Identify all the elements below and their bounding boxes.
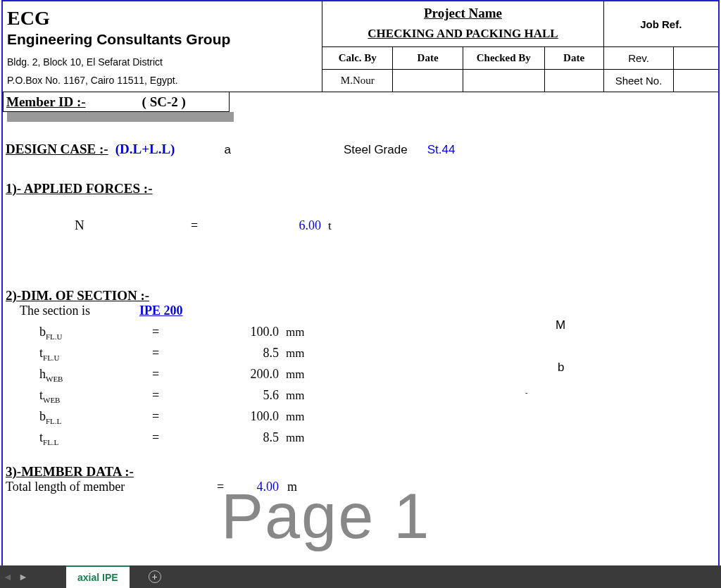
dim-value: 100.0 [173, 325, 286, 339]
tab-scroll-left[interactable]: ◄ [0, 571, 15, 582]
dim-row: tFL.L=8.5mm [39, 430, 715, 451]
dim-eq: = [138, 409, 173, 424]
dim-eq: = [138, 346, 173, 361]
dim-value: 5.6 [173, 388, 286, 403]
dim-row: tFL.U=8.5mm [39, 346, 715, 367]
date-header: Date [393, 47, 463, 70]
member-id-value: ( SC-2 ) [142, 94, 186, 110]
tab-scroll-right[interactable]: ► [15, 571, 31, 582]
company-address-1: Bldg. 2, Block 10, El Sefarat District [7, 56, 318, 68]
sheet-tab-bar: ◄ ► axial IPE + [0, 565, 721, 588]
dim-value: 100.0 [173, 409, 286, 424]
force-eq: = [159, 218, 230, 233]
dim-row: bFL.U=100.0mm [39, 325, 715, 346]
dim-unit: mm [286, 368, 328, 382]
force-row: N = 6.00 t [41, 218, 715, 239]
dim-symbol: h [39, 367, 46, 381]
company-name: Engineering Consultants Group [7, 31, 318, 48]
sheet-tab-label: axial IPE [77, 572, 118, 583]
dim-eq: = [138, 325, 173, 339]
checked-by-value [463, 70, 545, 92]
dim-subscript: FL.L [46, 417, 61, 425]
date2-header: Date [544, 47, 603, 70]
date-value [393, 70, 463, 92]
dim-unit: mm [286, 431, 328, 445]
member-data-label: Total length of member [6, 480, 210, 494]
dim-unit: mm [286, 389, 328, 403]
dim-subscript: WEB [43, 396, 60, 404]
job-ref-label: Job Ref. [603, 1, 718, 47]
steel-grade-label: Steel Grade [344, 143, 408, 157]
company-short: ECG [7, 7, 318, 30]
project-name-label: Project Name [325, 6, 600, 21]
sheet-no-header: Sheet No. [603, 70, 674, 92]
calc-by-value: M.Nour [322, 70, 393, 92]
dim-value: 200.0 [173, 367, 286, 382]
steel-grade-value: St.44 [427, 143, 456, 157]
project-name: CHECKING AND PACKING HALL [325, 27, 600, 41]
design-case-letter: a [224, 143, 230, 157]
dim-row: tWEB=5.6mm [39, 388, 715, 409]
dim-subscript: FL.L [43, 438, 58, 446]
member-id-row: Member ID :- ( SC-2 ) [3, 92, 230, 112]
section-is-label: The section is [20, 304, 139, 318]
force-value: 6.00 [230, 218, 328, 233]
applied-forces-title: 1)- APPLIED FORCES :- [6, 181, 715, 196]
section-name: IPE 200 [139, 304, 183, 318]
member-data-eq: = [210, 480, 231, 494]
dim-symbol: b [39, 409, 46, 423]
sheet-tab-active[interactable]: axial IPE [66, 565, 130, 588]
design-case-label: DESIGN CASE :- [6, 142, 108, 157]
dim-eq: = [138, 367, 173, 382]
calc-by-header: Calc. By [322, 47, 393, 70]
dim-subscript: FL.U [43, 354, 60, 362]
dim-row: hWEB=200.0mm [39, 367, 715, 388]
add-sheet-button[interactable]: + [144, 565, 166, 588]
company-address-2: P.O.Box No. 1167, Cairo 11511, Egypt. [7, 75, 318, 86]
date2-value [544, 70, 603, 92]
checked-by-header: Checked By [463, 47, 545, 70]
member-data-unit: m [287, 480, 297, 494]
diagram-label-M: M [556, 318, 565, 332]
dim-section-title: 2)-DIM. OF SECTION :- [6, 288, 715, 304]
dim-unit: mm [286, 346, 328, 361]
diagram-label-b: b [558, 361, 564, 375]
title-block-table: ECG Engineering Consultants Group Bldg. … [3, 1, 718, 92]
rev-value [674, 47, 718, 70]
member-id-label: Member ID :- [4, 94, 86, 110]
dim-eq: = [138, 388, 173, 403]
dim-symbol: b [39, 325, 46, 339]
diagram-dash: - [525, 389, 527, 396]
dim-unit: mm [286, 325, 328, 339]
member-data-title: 3)-MEMBER DATA :- [6, 464, 715, 480]
document-page: ECG Engineering Consultants Group Bldg. … [1, 0, 720, 565]
member-data-value: 4.00 [231, 480, 287, 494]
dim-value: 8.5 [173, 430, 286, 445]
dim-unit: mm [286, 410, 328, 424]
dim-value: 8.5 [173, 346, 286, 361]
dim-eq: = [138, 430, 173, 445]
sheet-no-value [674, 70, 718, 92]
dim-subscript: FL.U [46, 332, 63, 341]
force-unit: t [328, 219, 370, 233]
rev-header: Rev. [603, 47, 674, 70]
design-case-value: (D.L+L.L) [115, 142, 175, 157]
dim-row: bFL.L=100.0mm [39, 409, 715, 430]
force-symbol: N [75, 218, 84, 232]
dim-subscript: WEB [46, 375, 63, 383]
member-data-row: Total length of member = 4.00 m [6, 480, 715, 501]
plus-icon: + [149, 570, 161, 583]
member-id-shadow [7, 112, 234, 122]
